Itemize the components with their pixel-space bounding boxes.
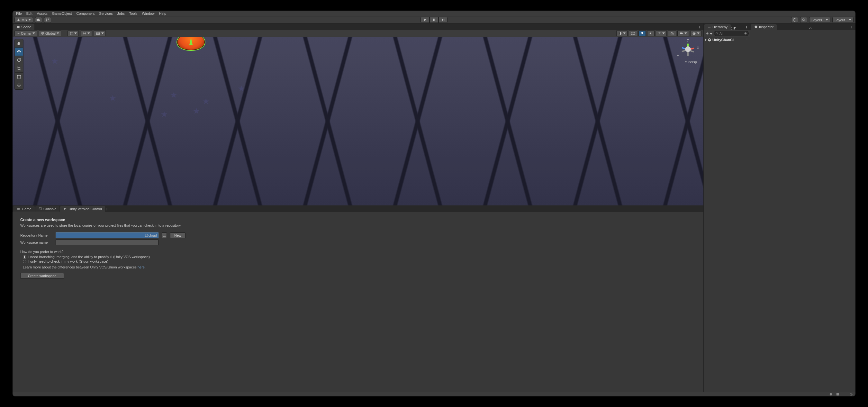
create-workspace-button[interactable]: Create workspace	[20, 273, 64, 279]
visibility-toggle[interactable]	[668, 31, 676, 36]
hierarchy-item-menu[interactable]: ⋮	[745, 38, 749, 42]
unity-editor-window: File Edit Assets GameObject Component Se…	[12, 10, 856, 397]
rotate-tool[interactable]	[15, 56, 23, 64]
svg-rect-23	[39, 208, 41, 210]
user-icon	[17, 18, 20, 22]
eye-off-icon	[670, 32, 674, 35]
menu-tools[interactable]: Tools	[127, 10, 140, 17]
status-icon[interactable]	[829, 393, 833, 396]
menu-file[interactable]: File	[14, 10, 24, 17]
projection-label[interactable]: ≡ Persp	[685, 60, 697, 64]
undo-history-button[interactable]	[791, 17, 798, 23]
bottom-tab-menu[interactable]: ⋮	[105, 208, 108, 212]
scene-viewport[interactable]: ★ ★ ★ ★ ★ ★ ★	[12, 37, 704, 206]
svg-point-1	[46, 19, 47, 19]
svg-rect-35	[810, 28, 811, 29]
tab-console[interactable]: Console	[35, 206, 60, 212]
hand-icon	[17, 41, 21, 45]
svg-point-3	[48, 19, 49, 19]
hierarchy-sort-button[interactable]	[731, 27, 737, 30]
layout-dropdown[interactable]: Layout	[832, 17, 854, 23]
draw-mode-dropdown[interactable]	[616, 31, 627, 36]
inspector-tabbar: Inspector ⋮	[750, 24, 856, 30]
browse-repo-button[interactable]: ...	[162, 232, 167, 238]
menu-edit[interactable]: Edit	[24, 10, 35, 17]
inspector-lock-button[interactable]	[809, 26, 812, 30]
tab-scene[interactable]: Scene	[13, 24, 34, 30]
menu-help[interactable]: Help	[157, 10, 169, 17]
hierarchy-root-item[interactable]: UnityChanCl ⋮	[704, 37, 750, 43]
orientation-dropdown[interactable]: Global	[39, 31, 61, 36]
camera-dropdown[interactable]	[677, 31, 689, 36]
pivot-mode-dropdown[interactable]: Center	[14, 31, 37, 36]
learn-more-link[interactable]: here	[137, 265, 145, 269]
gizmo-center	[685, 46, 691, 52]
expand-icon[interactable]	[705, 39, 707, 41]
menu-component[interactable]: Component	[74, 10, 97, 17]
learn-more-text: Learn more about the differences between…	[23, 265, 696, 269]
layers-dropdown[interactable]: Layers	[809, 17, 830, 23]
audio-toggle[interactable]	[647, 31, 654, 36]
pause-button[interactable]	[430, 17, 438, 23]
menu-jobs[interactable]: Jobs	[115, 10, 127, 17]
grid-snap-button[interactable]	[67, 31, 79, 36]
repo-name-input[interactable]	[56, 232, 158, 238]
radio-vcs-workspace[interactable]: I need branching, merging, and the abili…	[23, 255, 696, 259]
orientation-gizmo[interactable]: y x z	[678, 39, 698, 59]
tab-game[interactable]: Game	[13, 206, 35, 212]
svg-rect-27	[734, 27, 736, 28]
snap-increment-button[interactable]	[81, 31, 92, 36]
hierarchy-tab-menu[interactable]: ⋮	[745, 26, 748, 30]
play-button[interactable]	[421, 17, 430, 23]
lighting-toggle[interactable]	[639, 31, 646, 36]
svg-point-25	[64, 209, 65, 210]
tab-inspector[interactable]: Inspector	[751, 24, 777, 30]
tab-vcs[interactable]: Unity Version Control	[60, 206, 105, 212]
scale-tool[interactable]	[15, 64, 23, 73]
hand-tool[interactable]	[15, 39, 23, 48]
globe-icon	[41, 32, 44, 35]
status-icon[interactable]	[836, 393, 839, 396]
new-repo-button[interactable]: New	[170, 232, 186, 238]
status-icon[interactable]	[849, 393, 853, 396]
transform-tool[interactable]	[15, 81, 23, 89]
tab-hierarchy[interactable]: Hierarchy	[704, 24, 731, 30]
account-dropdown[interactable]: MB	[14, 17, 33, 23]
snap-icon	[83, 32, 87, 35]
status-icon[interactable]	[843, 393, 846, 396]
global-search-button[interactable]	[800, 17, 807, 23]
svg-point-30	[716, 32, 717, 34]
grid-visibility-button[interactable]	[94, 31, 106, 36]
hierarchy-add-button[interactable]: ＋	[705, 31, 712, 36]
svg-point-0	[18, 19, 19, 20]
scene-column: Scene ⋮ Center Global	[12, 24, 704, 392]
menu-gameobject[interactable]: GameObject	[50, 10, 74, 17]
scene-star-decoration: ★	[51, 56, 61, 66]
menu-services[interactable]: Services	[97, 10, 115, 17]
rect-tool[interactable]	[15, 73, 23, 81]
menu-window[interactable]: Window	[140, 10, 157, 17]
move-tool[interactable]	[15, 48, 23, 56]
scene-tab-menu[interactable]: ⋮	[698, 26, 702, 30]
fx-toggle[interactable]	[656, 31, 667, 36]
workspace-name-input[interactable]	[56, 240, 158, 245]
svg-rect-5	[434, 19, 435, 21]
cloud-button[interactable]	[35, 17, 42, 23]
tab-console-label: Console	[43, 207, 56, 211]
menu-assets[interactable]: Assets	[35, 10, 50, 17]
hierarchy-search[interactable]: All	[714, 31, 749, 36]
hierarchy-tabbar: Hierarchy ⋮	[704, 24, 750, 30]
sort-icon	[731, 27, 737, 30]
chevron-down-icon	[849, 19, 851, 21]
svg-point-18	[20, 75, 21, 76]
svg-rect-28	[734, 28, 735, 29]
svg-rect-4	[433, 19, 434, 21]
vcs-toolbar-button[interactable]	[44, 17, 51, 23]
gizmo-x-label: x	[697, 45, 699, 49]
step-button[interactable]	[438, 17, 447, 23]
radio-gluon-workspace[interactable]: I only need to check in my work (Gluon w…	[23, 259, 696, 263]
2d-toggle[interactable]: 2D	[629, 31, 637, 36]
inspector-tab-menu[interactable]: ⋮	[850, 26, 854, 30]
gizmos-dropdown[interactable]	[690, 31, 702, 36]
svg-point-24	[64, 208, 65, 208]
